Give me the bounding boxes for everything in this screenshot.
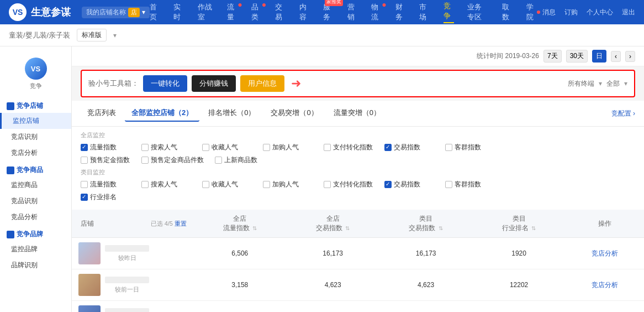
cat-filter-title: 类目监控 xyxy=(81,168,635,176)
nav-category[interactable]: 品类● xyxy=(251,2,262,22)
tab-list: 竞店列表 全部监控店铺（2） 排名增长（0） 交易突增（0） 流量突增（0） xyxy=(81,105,387,122)
td-flow-1: 6,506 xyxy=(193,238,286,269)
sidebar-cat-compete-products[interactable]: 竞争商品 xyxy=(0,163,71,177)
tab-traffic-surge[interactable]: 流量突增（0） xyxy=(327,105,387,122)
sidebar-item-product-analysis[interactable]: 竞品分析 xyxy=(0,209,71,225)
cat-icon xyxy=(7,102,14,110)
cat-icon-2 xyxy=(7,167,14,174)
sidebar-cat-compete-brands[interactable]: 竞争品牌 xyxy=(0,227,71,241)
tab-store-list[interactable]: 竞店列表 xyxy=(81,105,123,122)
version-button[interactable]: 标准版 xyxy=(77,29,107,41)
cb-icon xyxy=(384,144,392,151)
nav-bizzone[interactable]: 业务专区 xyxy=(467,2,489,22)
nav-realtime[interactable]: 实时 xyxy=(173,2,184,22)
selected-info: 已选 4/5 重置 xyxy=(151,220,187,228)
cb-store-trade[interactable]: 交易指数 xyxy=(384,143,434,152)
tab-rank-growth[interactable]: 排名增长（0） xyxy=(202,105,262,122)
date-label: 统计时间 2019-03-26 xyxy=(477,51,539,61)
btn-convert[interactable]: 一键转化 xyxy=(143,75,187,92)
action-link-1[interactable]: 竞店分析 xyxy=(592,249,618,257)
sidebar-item-monitor-products[interactable]: 监控商品 xyxy=(0,177,71,193)
day-btn[interactable]: 日 xyxy=(592,50,606,63)
30days-btn[interactable]: 30天 xyxy=(566,50,588,63)
store-sub-1: 较昨日 xyxy=(105,254,149,262)
cb-store-customer[interactable]: 客群指数 xyxy=(445,143,495,152)
nav-traffic[interactable]: 流量● xyxy=(227,2,237,22)
tab-all-monitor[interactable]: 全部监控店铺（2） xyxy=(125,105,199,122)
sidebar-item-monitor-brands[interactable]: 监控品牌 xyxy=(0,241,71,257)
cb-icon xyxy=(141,144,149,151)
cb-cat-customer[interactable]: 客群指数 xyxy=(445,180,495,189)
cb-cat-traffic[interactable]: 流量指数 xyxy=(81,180,130,189)
nav-content[interactable]: 内容 xyxy=(299,2,310,22)
cb-icon xyxy=(81,157,88,164)
cb-store-fav[interactable]: 收藏人气 xyxy=(202,143,252,152)
nav-profile[interactable]: 个人中心 xyxy=(587,8,613,17)
cb-cat-search[interactable]: 搜索人气 xyxy=(141,180,191,189)
nav-data[interactable]: 取数 xyxy=(502,2,513,22)
store-selector[interactable]: 我的店铺名称 店 ▾ xyxy=(82,7,150,18)
nav-marketing[interactable]: 营销 xyxy=(347,2,358,22)
cb-cat-fav[interactable]: 收藏人气 xyxy=(202,180,252,189)
all-terminals-btn[interactable]: 所有终端 xyxy=(568,79,594,89)
store-name: 我的店铺名称 xyxy=(86,8,126,17)
btn-userinfo[interactable]: 用户信息 xyxy=(240,75,284,92)
nav-academy[interactable]: 学院 xyxy=(526,2,537,22)
store-thumb-3 xyxy=(78,305,101,312)
chevron-down-icon: ▾ xyxy=(142,8,145,16)
nav-logistics[interactable]: 物流● xyxy=(371,2,382,22)
compete-config-link[interactable]: 竞配置 › xyxy=(611,109,635,118)
nav-service[interactable]: 服务家推奖 xyxy=(323,2,334,22)
nav-workroom[interactable]: 作战室 xyxy=(198,2,214,22)
store-name-3 xyxy=(105,308,149,313)
action-link-2[interactable]: 竞店分析 xyxy=(592,281,618,289)
all-btn[interactable]: 全部 xyxy=(606,79,620,89)
nav-home[interactable]: 首页 xyxy=(150,2,160,22)
arrow-icon: ➜ xyxy=(291,76,301,91)
cb-presale-qty[interactable]: 预售定金商品件数 xyxy=(141,155,204,165)
top-nav: VS 生意参谋 我的店铺名称 店 ▾ 首页 实时 作战室 流量● 品类● 交易 … xyxy=(0,0,644,24)
nav-market[interactable]: 市场 xyxy=(419,2,430,22)
cb-store-search[interactable]: 搜索人气 xyxy=(141,143,191,152)
prev-btn[interactable]: ‹ xyxy=(611,51,621,62)
cb-industry-rank[interactable]: 行业排名 xyxy=(81,193,130,202)
cb-icon xyxy=(263,144,270,151)
th-cat-trade: 类目 交易指数 ⇅ xyxy=(379,210,472,238)
version-chevron-icon: ▾ xyxy=(113,32,117,39)
nav-message[interactable]: 消息 xyxy=(537,8,556,17)
nav-logout[interactable]: 退出 xyxy=(622,8,635,17)
nav-right: 消息 订购 个人中心 退出 xyxy=(537,8,635,17)
cb-icon xyxy=(324,144,331,151)
nav-finance[interactable]: 财务 xyxy=(395,2,406,22)
cb-store-cart[interactable]: 加购人气 xyxy=(263,143,313,152)
cb-icon xyxy=(324,181,331,188)
cb-new-products[interactable]: 上新商品数 xyxy=(215,155,265,165)
next-btn[interactable]: › xyxy=(625,51,635,62)
sidebar-item-brand-identify[interactable]: 品牌识别 xyxy=(0,257,71,273)
cb-cat-convert[interactable]: 支付转化指数 xyxy=(324,180,373,189)
cb-cat-cart[interactable]: 加购人气 xyxy=(263,180,313,189)
cb-icon xyxy=(141,157,149,164)
sidebar-item-store-identify[interactable]: 竞店识别 xyxy=(0,129,71,145)
reset-link[interactable]: 重置 xyxy=(175,220,187,227)
sidebar-item-monitor-stores[interactable]: 监控店铺 xyxy=(0,113,71,129)
sidebar: VS 竞争 竞争店铺 监控店铺 竞店识别 竞店分析 竞争商品 监控商品 竞品识别… xyxy=(0,46,72,312)
btn-distribute[interactable]: 分销赚钱 xyxy=(192,75,236,92)
cb-store-convert[interactable]: 支付转化指数 xyxy=(324,143,373,152)
nav-trade[interactable]: 交易 xyxy=(275,2,286,22)
sidebar-cat-compete-stores[interactable]: 竞争店铺 xyxy=(0,99,71,113)
cb-icon xyxy=(202,181,209,188)
th-store-traffic: 全店 流量指数 ⇅ xyxy=(193,210,286,238)
7days-btn[interactable]: 7天 xyxy=(543,50,562,63)
cb-store-traffic[interactable]: 流量指数 xyxy=(81,143,130,152)
cb-presale-deposit[interactable]: 预售定金指数 xyxy=(81,155,130,165)
cb-icon xyxy=(384,181,392,188)
cat-icon-3 xyxy=(7,231,14,238)
tab-trade-surge[interactable]: 交易突增（0） xyxy=(264,105,324,122)
cb-cat-trade[interactable]: 交易指数 xyxy=(384,180,434,189)
td-cat-trade-2: 4,623 xyxy=(379,269,472,301)
nav-compete[interactable]: 竞争 xyxy=(444,1,454,23)
sidebar-item-product-identify[interactable]: 竞品识别 xyxy=(0,193,71,209)
sidebar-item-store-analysis[interactable]: 竞店分析 xyxy=(0,145,71,161)
nav-subscribe[interactable]: 订购 xyxy=(564,8,578,17)
